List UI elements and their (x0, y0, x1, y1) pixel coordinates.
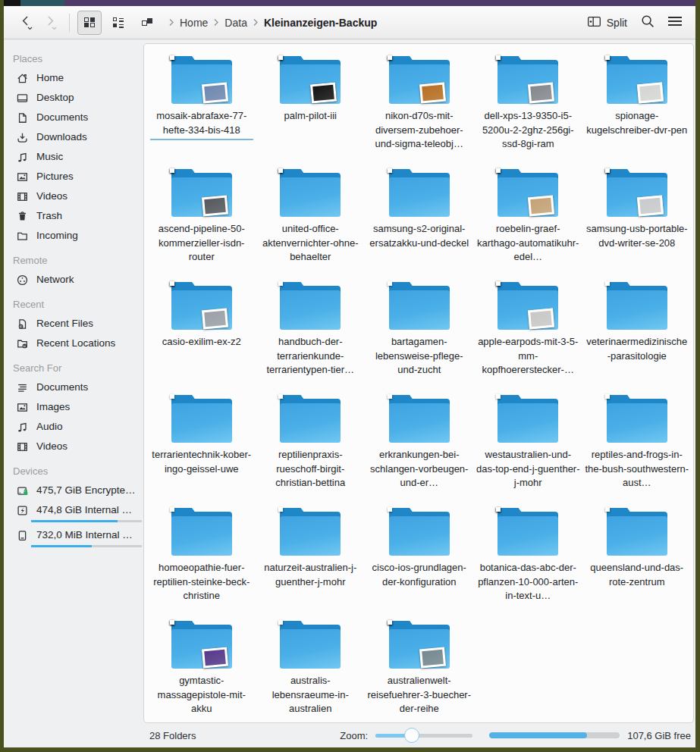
main-toolbar: HomeDataKleinanzeigen-Backup Split (4, 6, 695, 39)
photo-thumbnail (310, 83, 337, 104)
folder-body (389, 177, 450, 217)
sidebar-item-downloads[interactable]: Downloads (4, 127, 143, 147)
photo-thumbnail (202, 83, 228, 104)
sidebar-item-music[interactable]: Music (4, 147, 143, 167)
folder-icon (278, 55, 342, 104)
folder-item-cisco-ios-grundlagen-der-konfiguration[interactable]: cisco-ios-grundlagen-der-konfiguration (365, 503, 474, 616)
sidebar-item-label: Documents (36, 381, 88, 394)
photo-thumbnail (528, 196, 554, 217)
photo-thumbnail (605, 281, 610, 286)
sidebar-item-732-0-mib-internal-dri[interactable]: 732,0 MiB Internal Dri… (4, 525, 143, 545)
sidebar-item-videos[interactable]: Videos (4, 437, 143, 456)
photo-thumbnail (170, 55, 174, 60)
photo-thumbnail (637, 83, 664, 104)
forward-button[interactable] (39, 15, 61, 30)
folder-item-botanica-das-abc-der-pflanzen-10-000-arten-in-text-u[interactable]: botanica-das-abc-der-pflanzen-10-000-art… (474, 503, 583, 616)
photo-thumbnail (388, 507, 392, 512)
folder-item-australis-lebensraeume-in-australien[interactable]: australis-lebensraeume-in-australien (256, 616, 366, 723)
photo-thumbnail (496, 281, 501, 286)
folder-item-ascend-pipeline-50-kommerzieller-isdn-router[interactable]: ascend-pipeline-50-kommerzieller-isdn-ro… (147, 164, 256, 277)
breadcrumb-chevron-icon (213, 18, 219, 27)
folder-item-handbuch-der-terrarienkunde-terrarientypen-tier[interactable]: handbuch-der-terrarienkunde-terrarientyp… (256, 277, 366, 390)
folder-item-veterinaermedizinische-parasitologie[interactable]: veterinaermedizinische-parasitologie (582, 277, 692, 390)
folder-view[interactable]: mosaik-abrafaxe-77-hefte-334-bis-418palm… (143, 43, 694, 723)
folder-item-reptiles-and-frogs-in-the-bush-southwestern-aust[interactable]: reptiles-and-frogs-in-the-bush-southwest… (582, 390, 692, 503)
drive-flash-icon (16, 504, 29, 517)
breadcrumb-item-home[interactable]: Home (177, 15, 210, 30)
breadcrumb-item-kleinanzeigen-backup[interactable]: Kleinanzeigen-Backup (262, 15, 379, 30)
folder-name: reptiles-and-frogs-in-the-bush-southwest… (585, 448, 689, 490)
breadcrumb-item-data[interactable]: Data (222, 15, 250, 30)
sidebar-item-recent-files[interactable]: Recent Files (4, 314, 143, 334)
sidebar-item-475-7-gib-encrypted[interactable]: 475,7 GiB Encrypted … (4, 481, 143, 500)
disk-usage-fill (489, 732, 587, 738)
photo-thumbnail (388, 281, 392, 286)
folder-item-casio-exilim-ex-z2[interactable]: casio-exilim-ex-z2 (147, 277, 256, 390)
menu-button[interactable] (662, 10, 688, 36)
folder-grid: mosaik-abrafaxe-77-hefte-334-bis-418palm… (144, 44, 693, 723)
photo-thumbnail (605, 394, 610, 399)
folder-item-nikon-d70s-mit-diversem-zubehoer-und-sigma-teleobj[interactable]: nikon-d70s-mit-diversem-zubehoer-und-sig… (365, 52, 474, 164)
folder-item-queensland-und-das-rote-zentrum[interactable]: queensland-und-das-rote-zentrum (582, 503, 692, 616)
folder-name: roebelin-graef-karthago-automatikuhr-ede… (476, 222, 580, 265)
sidebar-item-documents[interactable]: Documents (4, 108, 143, 127)
sidebar-item-videos[interactable]: Videos (4, 186, 143, 206)
folder-item-terrarientechnik-kober-ingo-geissel-uwe[interactable]: terrarientechnik-kober-ingo-geissel-uwe (147, 390, 256, 503)
sidebar-item-documents[interactable]: Documents (4, 378, 143, 397)
folder-item-apple-earpods-mit-3-5-mm-kopfhoererstecker[interactable]: apple-earpods-mit-3-5-mm-kopfhoerersteck… (474, 277, 583, 390)
search-button[interactable] (635, 10, 661, 36)
folder-name: queensland-und-das-rote-zentrum (585, 561, 689, 589)
folder-item-dell-xps-13-9350-i5-5200u-2-2ghz-256gi-ssd-8gi-ram[interactable]: dell-xps-13-9350-i5-5200u-2-2ghz-256gi-s… (474, 52, 583, 164)
folder-name: mosaik-abrafaxe-77-hefte-334-bis-418 (149, 109, 253, 137)
sidebar-item-pictures[interactable]: Pictures (4, 167, 143, 186)
folder-icon (605, 168, 669, 217)
zoom-slider[interactable] (375, 728, 472, 743)
folder-name: westaustralien-und-das-top-end-j-guenthe… (476, 448, 580, 490)
film-icon (16, 190, 29, 203)
photo-thumbnail (170, 507, 174, 512)
back-button[interactable] (14, 15, 37, 30)
sidebar-item-incoming[interactable]: Incoming (4, 226, 143, 246)
folder-item-reptilienpraxis-rueschoff-birgit-christian-bettina[interactable]: reptilienpraxis-rueschoff-birgit-christi… (256, 390, 366, 503)
folder-item-united-office-aktenvernichter-ohne-behaelter[interactable]: united-office-aktenvernichter-ohne-behae… (256, 164, 366, 277)
folder-item-westaustralien-und-das-top-end-j-guenther-j-mohr[interactable]: westaustralien-und-das-top-end-j-guenthe… (474, 390, 583, 503)
folder-item-erkrankungen-bei-schlangen-vorbeugen-und-er[interactable]: erkrankungen-bei-schlangen-vorbeugen-und… (365, 390, 474, 503)
icons-view-button[interactable] (77, 11, 102, 35)
folder-item-homoeopathie-fuer-reptilien-steinke-beck-christine[interactable]: homoeopathie-fuer-reptilien-steinke-beck… (147, 503, 256, 616)
folder-body (389, 516, 450, 556)
folder-item-mosaik-abrafaxe-77-hefte-334-bis-418[interactable]: mosaik-abrafaxe-77-hefte-334-bis-418 (147, 52, 256, 164)
film-icon (16, 440, 29, 453)
sidebar-item-home[interactable]: Home (4, 68, 143, 88)
tree-view-button[interactable] (135, 11, 159, 35)
folder-item-palm-pilot-iii[interactable]: palm-pilot-iii (256, 52, 366, 164)
sidebar-item-network[interactable]: Network (4, 270, 143, 290)
folder-item-australienwelt-reisefuehrer-3-buecher-der-reihe[interactable]: australienwelt-reisefuehrer-3-buecher-de… (365, 616, 474, 723)
folder-item-samsung-s2-original-ersatzakku-und-deckel[interactable]: samsung-s2-original-ersatzakku-und-decke… (365, 164, 474, 277)
photo-thumbnail (170, 394, 174, 399)
zoom-slider-knob[interactable] (404, 728, 419, 743)
sidebar-item-images[interactable]: Images (4, 397, 143, 417)
folder-item-samsung-usb-portable-dvd-writer-se-208[interactable]: samsung-usb-portable-dvd-writer-se-208 (582, 164, 692, 277)
folder-icon (388, 281, 451, 330)
chevron-left-icon (20, 15, 31, 27)
sidebar-item-audio[interactable]: Audio (4, 417, 143, 437)
sidebar-item-label: Home (36, 71, 64, 85)
split-button[interactable]: Split (581, 11, 633, 34)
photo-thumbnail (419, 647, 446, 669)
sidebar-item-label: Videos (36, 440, 67, 453)
folder-item-gymtastic-massagepistole-mit-akku[interactable]: gymtastic-massagepistole-mit-akku (147, 616, 256, 723)
sidebar-item-recent-locations[interactable]: Recent Locations (4, 334, 143, 353)
photo-thumbnail (496, 507, 501, 512)
sidebar-item-474-8-gib-internal-dri[interactable]: 474,8 GiB Internal Dri… (4, 500, 143, 520)
details-view-button[interactable] (106, 11, 130, 35)
sidebar-item-label: Incoming (36, 229, 78, 243)
folder-icon (170, 394, 234, 443)
folder-item-spionage-kugelschreiber-dvr-pen[interactable]: spionage-kugelschreiber-dvr-pen (582, 52, 692, 164)
folder-item-naturzeit-australien-j-guenther-j-mohr[interactable]: naturzeit-australien-j-guenther-j-mohr (256, 503, 366, 616)
folder-name: nikon-d70s-mit-diversem-zubehoer-und-sig… (367, 109, 471, 152)
folder-item-bartagamen-lebensweise-pflege-und-zucht[interactable]: bartagamen-lebensweise-pflege-und-zucht (365, 277, 474, 390)
folder-item-roebelin-graef-karthago-automatikuhr-edel[interactable]: roebelin-graef-karthago-automatikuhr-ede… (474, 164, 583, 277)
sidebar-item-trash[interactable]: Trash (4, 206, 143, 226)
sidebar-item-desktop[interactable]: Desktop (4, 88, 143, 108)
photo-thumbnail (528, 83, 554, 104)
